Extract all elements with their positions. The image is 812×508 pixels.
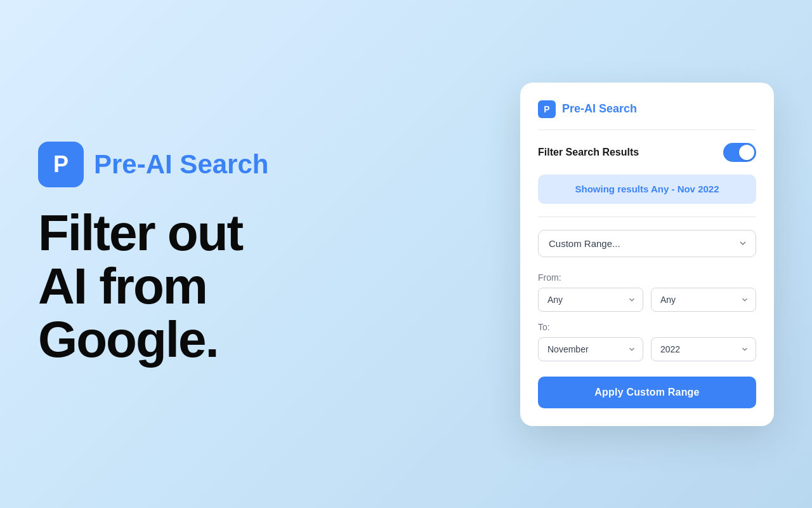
to-label: To: [538,322,756,332]
hero-line1: Filter out [38,204,242,261]
to-month-select[interactable]: Any January February March April May Jun… [538,337,643,361]
to-date-row: Any January February March April May Jun… [538,337,756,361]
from-month-select[interactable]: Any January February March April May Jun… [538,288,643,312]
extension-card: P Pre-AI Search Filter Search Results Sh… [520,83,774,426]
logo-icon: P [38,142,84,187]
range-dropdown[interactable]: Custom Range... Any Time Past Year Past … [538,230,756,257]
toggle-thumb [739,145,754,160]
left-section: P Pre-AI Search Filter out AI from Googl… [38,142,268,366]
card-logo-letter: P [544,104,549,114]
divider [538,217,756,217]
from-section: From: Any January February March April M… [538,272,756,312]
hero-line2: AI from [38,258,207,314]
from-label: From: [538,272,756,283]
filter-toggle[interactable] [723,143,756,162]
apply-custom-range-button[interactable]: Apply Custom Range [538,377,756,408]
card-header: P Pre-AI Search [538,100,756,130]
filter-search-label: Filter Search Results [538,147,639,158]
from-date-row: Any January February March April May Jun… [538,288,756,312]
card-title: Pre-AI Search [562,102,637,116]
filter-toggle-row: Filter Search Results [538,143,756,162]
from-year-select[interactable]: Any 2015 2016 2017 2018 2019 2020 2021 2… [651,288,756,312]
to-year-select[interactable]: Any 2015 2016 2017 2018 2019 2020 2021 2… [651,337,756,361]
logo-row: P Pre-AI Search [38,142,268,187]
app-title: Pre-AI Search [94,149,268,180]
hero-line3: Google. [38,311,218,368]
toggle-track [723,143,756,162]
card-logo-icon: P [538,100,556,118]
results-badge-text: Showing results Any - Nov 2022 [575,184,719,194]
to-section: To: Any January February March April May… [538,322,756,361]
logo-letter: P [53,151,69,178]
hero-text: Filter out AI from Google. [38,206,268,366]
results-badge: Showing results Any - Nov 2022 [538,175,756,204]
